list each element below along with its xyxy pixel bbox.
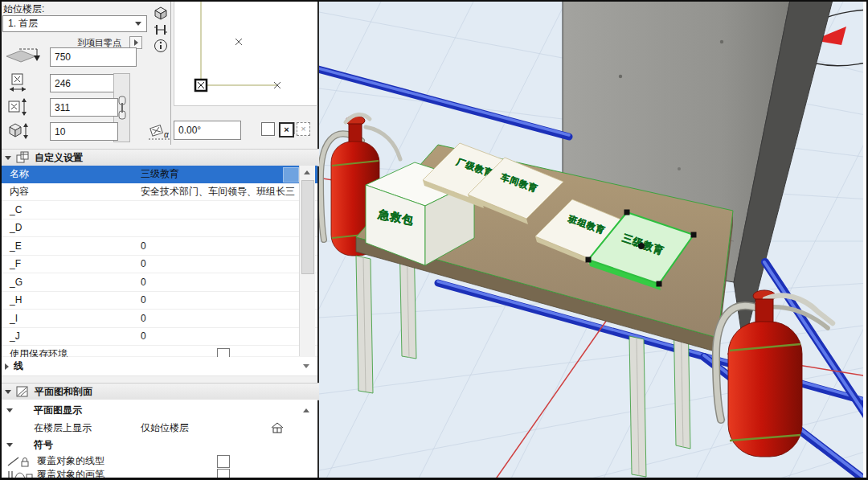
plan-section-title: 平面图和剖面: [35, 385, 92, 399]
table-row[interactable]: _C: [0, 201, 317, 219]
value-edit-button[interactable]: [283, 167, 299, 183]
preview-drawing: [174, 0, 317, 105]
width-icon: [8, 73, 29, 95]
elevation-field[interactable]: 750: [50, 47, 137, 67]
scroll-thumb[interactable]: [301, 180, 314, 274]
symbol-title: 符号: [34, 438, 53, 452]
story-icon: [271, 422, 285, 434]
svg-text:α: α: [164, 130, 169, 139]
table-row[interactable]: _G 0: [0, 273, 317, 292]
table-row[interactable]: _F 0: [0, 256, 317, 274]
plan-display-row[interactable]: 平面图显示: [0, 401, 317, 420]
info-icon: [154, 39, 168, 53]
chevron-down-icon[interactable]: [303, 364, 309, 368]
table-row[interactable]: _I 0: [0, 310, 317, 328]
lines-subsection-row[interactable]: 线: [0, 357, 317, 376]
lines-subsection-title: 线: [14, 359, 23, 373]
collapse-triangle-icon: [5, 156, 11, 160]
preview-2d-symbol-button[interactable]: [153, 22, 169, 37]
show-on-stories-row[interactable]: 在楼层上显示 仅始位楼层: [0, 419, 317, 437]
custom-settings-table: 名称 三级教育 内容 安全技术部门、车间领导、班组长三... _C _D _E …: [0, 166, 317, 356]
viewport-3d[interactable]: 急救包 厂级教育 车间教育 班组教育 三级教育: [319, 0, 863, 480]
show-on-stories-value: 仅始位楼层: [141, 421, 189, 435]
arrow-right-icon: [134, 39, 138, 46]
depth-icon: [8, 97, 31, 119]
chevron-down-icon: [135, 22, 141, 26]
table-row[interactable]: _H 0: [0, 292, 317, 310]
divider: [294, 122, 295, 134]
height-icon: [6, 121, 31, 144]
height-field[interactable]: 10: [50, 122, 118, 141]
line-type-lock-icon: [6, 455, 34, 468]
table-row[interactable]: _E 0: [0, 237, 317, 256]
settings-panel: 始位楼层: 1. 首层 到项目零点 750: [0, 0, 319, 480]
depth-field[interactable]: 311: [50, 98, 118, 117]
arrow-up-icon[interactable]: [303, 408, 309, 412]
expand-triangle-icon: [5, 363, 9, 370]
slab-elevation-icon: [3, 47, 43, 70]
table-row[interactable]: _D: [0, 219, 317, 238]
override-pen-checkbox[interactable]: [217, 469, 230, 480]
hotspot-alt-checkbox[interactable]: ×: [297, 122, 310, 136]
symbol-subsection-row[interactable]: 符号: [0, 437, 317, 453]
table-row-content[interactable]: 内容 安全技术部门、车间领导、班组长三...: [0, 183, 317, 202]
override-line-type-checkbox[interactable]: [217, 455, 230, 468]
width-field[interactable]: 246: [50, 74, 118, 92]
rotation-field[interactable]: 0.00°: [174, 121, 241, 140]
symbol-2d-icon: [154, 23, 168, 36]
plan-display-title: 平面图显示: [34, 404, 82, 417]
plan-section-header[interactable]: 平面图和剖面: [0, 383, 322, 400]
home-story-select[interactable]: 1. 首层: [2, 15, 147, 32]
override-line-type-label: 覆盖对象的线型: [37, 454, 104, 468]
rotation-angle-icon: α: [148, 119, 172, 144]
scroll-up-button[interactable]: [301, 166, 313, 178]
collapse-triangle-icon: [6, 408, 13, 412]
collapse-triangle-icon: [6, 443, 13, 447]
scene-3d: 急救包 厂级教育 车间教育 班组教育 三级教育: [319, 0, 863, 480]
object-settings-window: 始位楼层: 1. 首层 到项目零点 750: [0, 0, 868, 480]
custom-settings-header[interactable]: 自定义设置: [0, 149, 322, 166]
fire-extinguisher-right[interactable]: [716, 290, 833, 457]
table-scrollbar[interactable]: [299, 166, 315, 356]
custom-settings-icon: [16, 151, 30, 164]
object-preview-pane[interactable]: [174, 0, 317, 106]
custom-settings-title: 自定义设置: [35, 151, 83, 165]
preview-info-button[interactable]: [153, 38, 169, 53]
pen-lock-icon: [6, 470, 34, 480]
preview-3d-button[interactable]: [153, 5, 169, 20]
mirror-checkbox[interactable]: [261, 122, 275, 136]
table-row[interactable]: _J 0: [0, 328, 317, 347]
arrow-up-icon: [304, 170, 310, 174]
override-pen-label: 覆盖对象的画笔: [37, 468, 104, 480]
home-story-label: 始位楼层:: [3, 2, 44, 16]
viewport-right-margin: [863, 0, 866, 480]
collapse-triangle-icon: [5, 390, 11, 394]
plan-section-icon: [16, 385, 30, 398]
hotspot-on-checkbox[interactable]: ×: [279, 122, 294, 137]
override-pen-row[interactable]: 覆盖对象的画笔: [0, 470, 317, 480]
table-row-name[interactable]: 名称 三级教育: [0, 166, 317, 183]
show-on-stories-label: 在楼层上显示: [34, 421, 92, 435]
cube-icon: [154, 6, 168, 20]
home-story-value: 1. 首层: [8, 17, 38, 31]
